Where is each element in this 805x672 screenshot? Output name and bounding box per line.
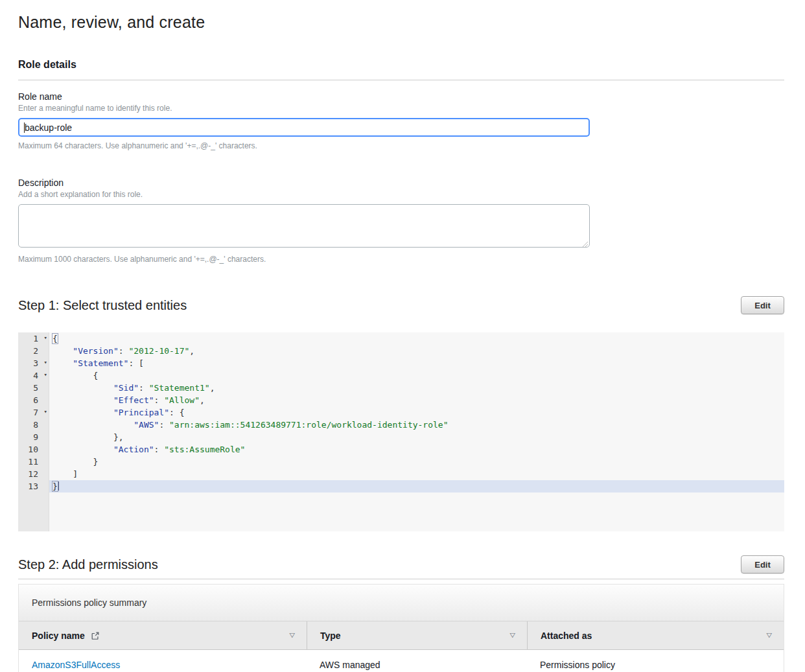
sort-icon[interactable]: ▽: [767, 632, 772, 639]
description-hint: Add a short explanation for this role.: [18, 190, 784, 199]
role-name-hint: Enter a meaningful name to identify this…: [18, 104, 784, 113]
policy-type-cell: AWS managed: [307, 660, 527, 670]
role-details-heading: Role details: [18, 59, 784, 71]
fold-arrow-icon[interactable]: ▾: [44, 406, 47, 418]
code-line[interactable]: {: [49, 332, 784, 345]
code-line[interactable]: {: [49, 369, 784, 382]
gutter-line-number: 6: [18, 394, 49, 406]
edit-permissions-button[interactable]: Edit: [741, 555, 784, 574]
panel-title: Permissions policy summary: [32, 597, 146, 608]
editor-gutter: 1▾23▾4▾567▾8910111213: [18, 332, 49, 531]
description-label: Description: [18, 178, 784, 188]
step2-divider: [18, 579, 784, 579]
code-line[interactable]: "Effect": "Allow",: [49, 394, 784, 406]
description-constraint: Maximum 1000 characters. Use alphanumeri…: [18, 255, 784, 264]
code-line[interactable]: "Statement": [: [49, 357, 784, 369]
table-row: AmazonS3FullAccess AWS managed Permissio…: [19, 650, 784, 672]
code-line[interactable]: },: [49, 431, 784, 443]
code-line[interactable]: "Principal": {: [49, 406, 784, 419]
policy-attached-as-cell: Permissions policy: [527, 660, 784, 670]
panel-header: Permissions policy summary: [19, 585, 784, 621]
gutter-line-number: 5: [18, 382, 49, 394]
code-line[interactable]: }: [49, 480, 784, 492]
external-link-icon: [91, 631, 100, 640]
role-name-input[interactable]: [18, 118, 590, 137]
code-line[interactable]: "Sid": "Statement1",: [49, 382, 784, 394]
gutter-line-number: 13: [18, 480, 49, 492]
gutter-line-number: 11: [18, 456, 49, 468]
code-line[interactable]: "Action": "sts:AssumeRole": [49, 443, 784, 456]
code-line[interactable]: "AWS": "arn:aws:iam::541263489771:role/w…: [49, 419, 784, 431]
gutter-line-number: 2: [18, 345, 49, 357]
trust-policy-editor[interactable]: 1▾23▾4▾567▾8910111213 { "Version": "2012…: [18, 332, 784, 531]
section-divider: [18, 80, 784, 80]
description-textarea[interactable]: [18, 204, 590, 248]
code-line[interactable]: }: [49, 456, 784, 468]
gutter-line-number: 8: [18, 419, 49, 431]
code-line[interactable]: ]: [49, 468, 784, 480]
column-header-attached-as[interactable]: Attached as ▽: [527, 621, 784, 649]
gutter-line-number: 3▾: [18, 357, 49, 369]
role-name-constraint: Maximum 64 characters. Use alphanumeric …: [18, 141, 784, 150]
gutter-line-number: 9: [18, 431, 49, 443]
fold-arrow-icon[interactable]: ▾: [44, 332, 47, 344]
gutter-line-number: 12: [18, 468, 49, 480]
gutter-line-number: 4▾: [18, 369, 49, 382]
policy-name-link[interactable]: AmazonS3FullAccess: [32, 660, 120, 670]
gutter-line-number: 10: [18, 443, 49, 456]
gutter-line-number: 1▾: [18, 332, 49, 345]
step1-heading: Step 1: Select trusted entities: [18, 298, 187, 313]
step2-heading: Step 2: Add permissions: [18, 557, 158, 572]
sort-icon[interactable]: ▽: [290, 632, 295, 639]
edit-trusted-entities-button[interactable]: Edit: [741, 296, 784, 314]
role-name-label: Role name: [18, 91, 784, 102]
column-header-type[interactable]: Type ▽: [307, 621, 527, 649]
column-header-policy-name[interactable]: Policy name ▽: [19, 621, 307, 649]
page: Name, review, and create Role details Ro…: [0, 0, 805, 672]
code-line[interactable]: "Version": "2012-10-17",: [49, 345, 784, 357]
permissions-summary-panel: Permissions policy summary Policy name ▽…: [18, 584, 784, 672]
editor-code[interactable]: { "Version": "2012-10-17", "Statement": …: [49, 332, 784, 531]
text-caret: [24, 122, 25, 133]
sort-icon[interactable]: ▽: [510, 632, 515, 639]
page-title: Name, review, and create: [18, 13, 784, 32]
fold-arrow-icon[interactable]: ▾: [44, 356, 47, 369]
gutter-line-number: 7▾: [18, 406, 49, 419]
table-header: Policy name ▽ Type ▽ Attached as: [19, 621, 784, 650]
fold-arrow-icon[interactable]: ▾: [44, 369, 47, 381]
